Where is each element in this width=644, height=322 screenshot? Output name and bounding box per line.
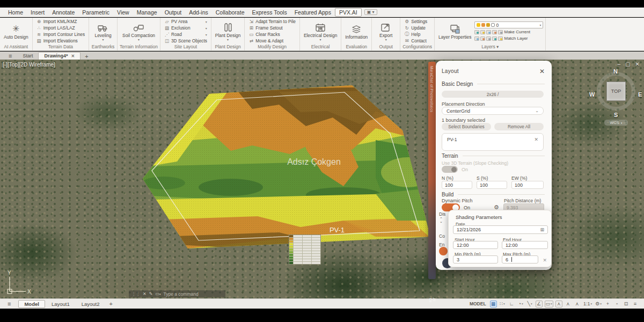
basic-design-button[interactable]: 2x26 / [442, 91, 544, 98]
calendar-icon[interactable]: ⊞ [540, 227, 544, 232]
menu-item-home[interactable]: Home [4, 9, 27, 16]
menu-item-express-tools[interactable]: Express Tools [248, 9, 290, 16]
recent-commands-icon[interactable]: ▭▾ [155, 291, 160, 296]
button-information[interactable]: Information [343, 22, 369, 40]
layout-tab-layout2[interactable]: Layout2 [76, 301, 105, 308]
viewcube-top-face[interactable]: TOP [606, 82, 626, 101]
layer-tool-icon[interactable] [480, 36, 485, 41]
button-layer-properties[interactable]: Layer Properties [437, 22, 473, 40]
start-hour-input[interactable]: 12:00 [453, 241, 498, 249]
button-plant-design[interactable]: Plant Design▾ [214, 20, 243, 42]
autoscale-icon[interactable]: ⋏ [565, 301, 572, 308]
menu-item-parametric[interactable]: Parametric [78, 9, 113, 16]
workspace-gear-icon[interactable]: ⚙▾ [595, 301, 602, 308]
viewcube-north[interactable]: N [613, 68, 618, 75]
menu-item-annotate[interactable]: Annotate [48, 9, 78, 16]
clean-screen-icon[interactable]: ⊡ [623, 301, 630, 308]
ribbon-group-label[interactable]: Electrical [300, 44, 341, 50]
menu-item-collaborate[interactable]: Collaborate [212, 9, 248, 16]
ribbon-group-label[interactable]: Evaluation [341, 44, 371, 50]
new-drawing-tab-button[interactable]: + [80, 53, 92, 60]
date-input[interactable]: 12/21/2026 ⊞ [453, 225, 548, 234]
plus-icon[interactable]: + [604, 301, 611, 308]
layout-tabs-menu-icon[interactable]: ≡ [0, 301, 18, 307]
ribbon-group-label[interactable]: Plant Design [211, 44, 245, 50]
remove-boundary-icon[interactable]: ✕ [534, 137, 538, 142]
button-road[interactable]: ⋰Road▾ [164, 32, 207, 38]
button-import-las-laz[interactable]: ∴Import LAS/LAZ [36, 25, 85, 31]
app-menu-icon[interactable]: ▣ ▾ [364, 9, 377, 15]
ribbon-group-label[interactable]: Terrain Information [118, 44, 160, 50]
button-3d-scene-objects[interactable]: ◫3D Scene Objects [164, 38, 207, 44]
boundary-list-item[interactable]: PV-1 ✕ [442, 134, 543, 142]
new-layout-button[interactable]: + [105, 301, 117, 307]
button-electrical-design[interactable]: Electrical Design▾ [302, 20, 339, 42]
menu-item-pvx-ai[interactable]: PVX.AI [335, 8, 362, 17]
menu-item-view[interactable]: View [113, 9, 133, 16]
command-bar-grip[interactable]: ⋮⋮ [131, 291, 140, 296]
menu-item-output[interactable]: Output [161, 9, 186, 16]
restore-icon[interactable]: ▢ [625, 61, 630, 67]
button-auto-design[interactable]: ✳Auto Design [2, 22, 30, 40]
customize-pencil-icon[interactable]: ✎ [149, 291, 153, 296]
remove-all-button[interactable]: Remove All [494, 123, 544, 130]
toggle-partial[interactable] [439, 247, 448, 255]
layer-tool-icon[interactable] [498, 36, 503, 41]
button-soil-compaction[interactable]: Soil Compaction▾ [121, 20, 157, 42]
button-frame-setout[interactable]: ⊞Frame Setout [248, 25, 296, 31]
layer-tool-icon[interactable] [486, 36, 491, 41]
drawing-tab-drawing4[interactable]: Drawing4*✕ [38, 52, 80, 60]
customization-menu-icon[interactable]: ≡ [632, 301, 639, 308]
isodraft-icon[interactable]: ╲▾ [526, 301, 533, 308]
layer-tool-icon[interactable] [474, 36, 479, 41]
ribbon-group-label[interactable]: Configurations [400, 44, 434, 50]
button-update[interactable]: ↻Update [404, 25, 430, 31]
layer-tool-icon[interactable] [480, 30, 485, 34]
min-pitch-input[interactable]: 3 [453, 255, 498, 264]
ribbon-group-label[interactable]: Terrain Data [33, 44, 89, 50]
button-import-contour-lines[interactable]: ≋Import Contour Lines [36, 32, 85, 38]
grid-icon[interactable]: ▦ [490, 301, 497, 308]
stepper-icon[interactable]: ⌃⌄ [440, 217, 443, 223]
viewcube-south[interactable]: S [614, 112, 618, 118]
viewport-controls-label[interactable]: [-][Top][2D Wireframe] [3, 62, 55, 68]
max-pitch-input[interactable]: 6 [502, 255, 538, 264]
end-hour-input[interactable]: 12:00 [502, 241, 548, 249]
ribbon-group-label[interactable]: Earthworks [89, 44, 117, 50]
lineweight-icon[interactable]: ▭▾ [545, 301, 553, 308]
annotation-visibility-icon[interactable]: ⋏ [555, 301, 562, 308]
button-clear-racks[interactable]: ▭Clear Racks [248, 32, 296, 38]
layer-select[interactable]: 0▾ [474, 21, 543, 28]
layer-tool-icon[interactable] [492, 36, 497, 41]
ribbon-group-label[interactable]: Output [372, 44, 400, 50]
isolate-objects-icon[interactable]: ▫ [613, 301, 620, 308]
ortho-icon[interactable]: ∟ [508, 301, 515, 308]
command-input[interactable]: Type a command [163, 291, 198, 297]
ribbon-group-label[interactable]: Modify Design [245, 44, 299, 50]
close-icon[interactable]: ✕ [71, 54, 75, 58]
command-bar[interactable]: ⋮⋮ ✕ ✎ ▭▾ Type a command [129, 290, 225, 297]
file-tabs-menu-icon[interactable]: ≡ [3, 53, 17, 59]
ribbon-group-label[interactable]: AI Assistant [0, 44, 32, 50]
ribbon-group-label[interactable]: Layers ▾ [435, 44, 545, 50]
layout-tab-layout1[interactable]: Layout1 [46, 301, 75, 308]
s-percent-input[interactable]: 100 [477, 181, 507, 189]
button-import-kml-kmz[interactable]: ⊕Import KML/KMZ [36, 19, 85, 25]
button-contact[interactable]: ✉Contact [404, 38, 430, 44]
button-match-layer[interactable]: Match Layer [504, 36, 528, 41]
ribbon-group-label[interactable]: Site Layout [160, 44, 211, 50]
menu-item-featured-apps[interactable]: Featured Apps [291, 9, 335, 16]
button-leveling[interactable]: Leveling▾ [91, 20, 115, 42]
layout-tab-model[interactable]: Model [18, 300, 45, 308]
minimize-icon[interactable]: – [618, 61, 621, 67]
viewcube-east[interactable]: E [638, 91, 642, 98]
n-percent-input[interactable]: 100 [442, 181, 472, 189]
button-export[interactable]: Export▾ [374, 20, 398, 42]
annotation-monitor-icon[interactable]: ⋏ [574, 301, 581, 308]
drawing-tab-start[interactable]: Start [17, 53, 38, 60]
button-adapt-terrain-to-pile[interactable]: ⇲Adapt Terrain to Pile [248, 19, 296, 25]
panel-close-icon[interactable]: ✕ [539, 68, 545, 75]
annotation-scale[interactable]: 1:1▾ [583, 301, 592, 308]
button-make-current[interactable]: Make Current [504, 30, 530, 34]
osnap-icon[interactable]: ∠ [536, 301, 543, 308]
